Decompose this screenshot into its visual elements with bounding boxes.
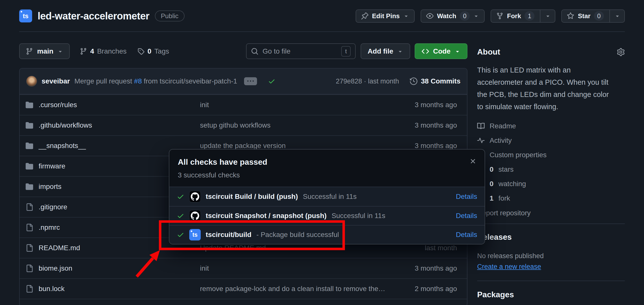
readme-label: Readme [490, 122, 516, 130]
file-commit-message[interactable]: init [194, 264, 397, 272]
sidebar-item-watching[interactable]: 0 watching [477, 177, 625, 191]
visibility-badge: Public [155, 11, 184, 22]
chevron-down-icon [473, 13, 479, 19]
search-hotkey: t [341, 46, 351, 57]
report-repository-link[interactable]: Report repository [477, 209, 625, 217]
github-actions-avatar [189, 210, 201, 221]
commit-message[interactable]: Merge pull request #8 from tscircuit/sev… [74, 77, 237, 85]
chevron-down-icon [454, 48, 460, 54]
file-name-label[interactable]: __snapshots__ [38, 142, 86, 150]
file-icon [26, 244, 33, 252]
file-commit-date[interactable]: 3 months ago [397, 121, 457, 129]
branch-selector[interactable]: main [19, 43, 70, 59]
file-commit-message[interactable]: Update README.md [194, 244, 397, 252]
file-name-label[interactable]: .cursor/rules [38, 101, 77, 109]
watch-count: 0 [460, 11, 470, 21]
edit-pins-button[interactable]: Edit Pins [356, 10, 415, 23]
star-dropdown[interactable] [610, 10, 620, 22]
sidebar-item-custom-properties[interactable]: Custom properties [477, 148, 625, 162]
file-row[interactable]: .cursor/rules init 3 months ago [20, 94, 467, 115]
code-button[interactable]: Code [415, 43, 468, 59]
stars-label: stars [498, 165, 514, 173]
details-link[interactable]: Details [456, 212, 477, 220]
file-row[interactable]: bun.lock remove package-lock and do a cl… [20, 278, 467, 299]
details-link[interactable]: Details [456, 193, 477, 201]
commit-description-toggle[interactable] [244, 77, 257, 85]
close-icon[interactable] [469, 157, 477, 165]
sidebar-item-fork[interactable]: 1 fork [477, 191, 625, 206]
repo-toolbar: main 4 Branches 0 Tags t Add file [19, 43, 468, 59]
file-name-label[interactable]: bun.lock [38, 285, 64, 293]
file-commit-message[interactable]: init [194, 101, 397, 109]
git-branch-icon [26, 48, 33, 55]
sidebar: About This is an LED matrix with an acce… [477, 43, 625, 305]
watch-button[interactable]: Watch 0 [420, 10, 484, 23]
file-row[interactable]: .github/workflows setup github workflows… [20, 115, 467, 135]
repo-header: ts led-water-accelerometer Public Edit P… [19, 9, 625, 23]
star-button[interactable]: Star 0 [561, 10, 625, 23]
watching-label: watching [498, 180, 526, 188]
checks-popup: All checks have passed 3 successful chec… [169, 149, 485, 244]
tags-link[interactable]: 0 Tags [138, 47, 169, 55]
file-name-label[interactable]: imports [38, 183, 62, 191]
file-row-partial [20, 299, 467, 305]
file-name-label[interactable]: biome.json [38, 264, 72, 272]
file-commit-date[interactable]: 3 months ago [397, 264, 457, 272]
custom-properties-label: Custom properties [490, 151, 547, 159]
add-file-button[interactable]: Add file [360, 43, 410, 59]
check-name: tscircuit Build / build (push) [206, 193, 298, 201]
file-commit-date[interactable]: 3 months ago [397, 142, 457, 150]
create-release-link[interactable]: Create a new release [477, 263, 541, 271]
file-commit-message[interactable]: setup github workflows [194, 121, 397, 129]
go-to-file-search[interactable]: t [246, 43, 356, 59]
commits-history-link[interactable]: 38 Commits [410, 77, 460, 85]
folder-icon [26, 162, 33, 170]
file-name-label[interactable]: .github/workflows [38, 121, 92, 129]
repo-owner-avatar[interactable]: ts [19, 10, 32, 23]
branches-link[interactable]: 4 Branches [80, 47, 126, 55]
file-commit-date[interactable]: last month [397, 244, 457, 252]
tag-icon [138, 48, 144, 55]
sidebar-item-activity[interactable]: Activity [477, 133, 625, 148]
current-branch: main [37, 47, 53, 55]
file-commit-date[interactable]: 3 months ago [397, 101, 457, 109]
commit-sha-time[interactable]: 279e828 · last month [336, 78, 399, 85]
branches-label: Branches [97, 47, 126, 55]
chevron-down-icon [545, 13, 551, 19]
file-commit-message[interactable]: update the package version [194, 142, 397, 150]
packages-title: Packages [477, 290, 625, 299]
fork-count: 1 [524, 11, 534, 21]
pr-link[interactable]: #8 [134, 77, 142, 85]
commit-status-check[interactable] [268, 78, 276, 85]
tags-count: 0 [148, 47, 152, 55]
fork-count: 1 [490, 194, 494, 202]
sidebar-item-readme[interactable]: Readme [477, 119, 625, 133]
fork-button[interactable]: Fork 1 [490, 10, 555, 23]
git-branch-icon [80, 48, 87, 55]
edit-pins-label: Edit Pins [372, 12, 400, 20]
file-name-label[interactable]: README.md [38, 244, 80, 252]
eye-icon [426, 12, 434, 20]
search-input[interactable] [262, 47, 337, 55]
star-label: Star [578, 12, 590, 20]
file-commit-date[interactable]: 2 months ago [397, 285, 457, 293]
file-name-label[interactable]: firmware [38, 162, 65, 170]
file-name-label[interactable]: .npmrc [38, 223, 60, 231]
details-link[interactable]: Details [456, 231, 477, 239]
add-file-label: Add file [368, 47, 393, 55]
popup-title: All checks have passed [178, 157, 476, 167]
file-row[interactable]: biome.json init 3 months ago [20, 258, 467, 278]
gear-icon[interactable] [617, 48, 625, 56]
commit-author[interactable]: seveibar [42, 77, 70, 85]
sidebar-item-stars[interactable]: 0 stars [477, 162, 625, 177]
header-divider [19, 31, 625, 32]
star-icon [567, 12, 574, 20]
code-icon [422, 48, 429, 55]
commit-author-avatar[interactable] [26, 76, 37, 87]
file-commit-message[interactable]: remove package-lock and do a clean insta… [194, 285, 397, 293]
repo-title[interactable]: led-water-accelerometer [38, 11, 150, 22]
file-name-label[interactable]: .gitignore [38, 203, 67, 211]
github-icon [191, 192, 199, 201]
fork-dropdown[interactable] [540, 10, 551, 22]
commit-message-prefix: Merge pull request [74, 77, 132, 85]
